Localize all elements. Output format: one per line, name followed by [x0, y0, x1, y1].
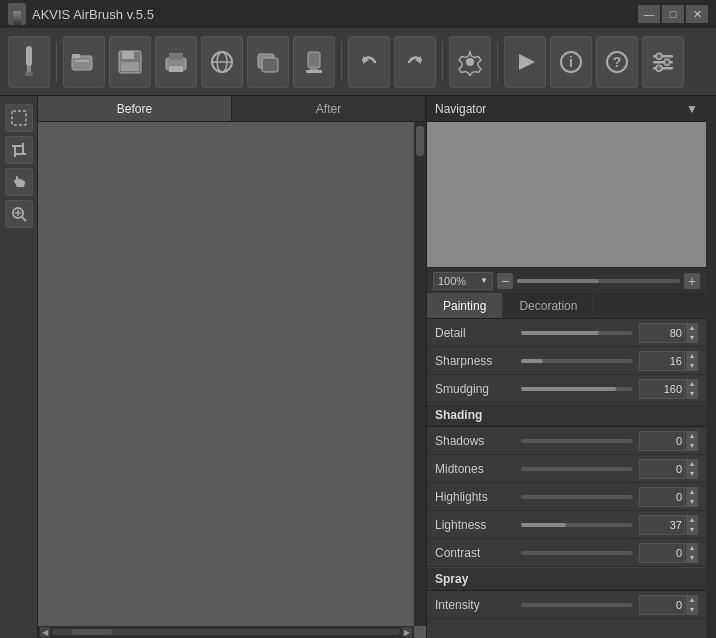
sharpness-label: Sharpness: [435, 354, 515, 368]
shading-title: Shading: [435, 408, 482, 422]
highlights-label: Highlights: [435, 490, 515, 504]
minimize-button[interactable]: —: [638, 5, 660, 23]
intensity-up[interactable]: ▲: [686, 595, 698, 605]
highlights-down[interactable]: ▼: [686, 497, 698, 507]
zoom-tool-btn[interactable]: [5, 200, 33, 228]
undo-tool-btn[interactable]: [348, 36, 390, 88]
maximize-button[interactable]: □: [662, 5, 684, 23]
horizontal-scrollbar[interactable]: ◀ ▶: [38, 626, 414, 638]
shadows-up[interactable]: ▲: [686, 431, 698, 441]
print-tool-btn[interactable]: [155, 36, 197, 88]
settings-scroll[interactable]: Detail 80 ▲ ▼ Sharpness 16 ▲: [427, 319, 706, 638]
smudging-row: Smudging 160 ▲ ▼: [427, 375, 706, 403]
vscroll-thumb[interactable]: [416, 126, 424, 156]
canvas-viewport[interactable]: ◀ ▶: [38, 122, 426, 638]
tab-painting[interactable]: Painting: [427, 293, 503, 318]
plugin-tool-btn[interactable]: [293, 36, 335, 88]
shadows-value[interactable]: 0: [639, 431, 685, 451]
sharpness-down[interactable]: ▼: [686, 361, 698, 371]
toolbar-sep-1: [56, 42, 57, 82]
zoom-slider-track[interactable]: [517, 279, 680, 283]
hand-tool-btn[interactable]: [5, 168, 33, 196]
airbrush-tool-btn[interactable]: [8, 36, 50, 88]
batch-tool-btn[interactable]: [247, 36, 289, 88]
intensity-down[interactable]: ▼: [686, 605, 698, 615]
highlights-spinner: ▲ ▼: [686, 487, 698, 507]
detail-down[interactable]: ▼: [686, 333, 698, 343]
highlights-value[interactable]: 0: [639, 487, 685, 507]
select-tool-btn[interactable]: [5, 104, 33, 132]
zoom-plus-btn[interactable]: +: [684, 273, 700, 289]
svg-rect-0: [26, 46, 32, 66]
contrast-down[interactable]: ▼: [686, 553, 698, 563]
midtones-down[interactable]: ▼: [686, 469, 698, 479]
midtones-value[interactable]: 0: [639, 459, 685, 479]
redo-tool-btn[interactable]: [394, 36, 436, 88]
contrast-value[interactable]: 0: [639, 543, 685, 563]
save-tool-btn[interactable]: [109, 36, 151, 88]
hscroll-thumb[interactable]: [72, 629, 112, 635]
close-button[interactable]: ✕: [686, 5, 708, 23]
smudging-down[interactable]: ▼: [686, 389, 698, 399]
detail-value[interactable]: 80: [639, 323, 685, 343]
settings-tool-btn[interactable]: [449, 36, 491, 88]
open-tool-btn[interactable]: [63, 36, 105, 88]
svg-line-40: [22, 217, 26, 221]
sharpness-slider[interactable]: [521, 359, 633, 363]
detail-up[interactable]: ▲: [686, 323, 698, 333]
tab-before[interactable]: Before: [38, 96, 232, 121]
smudging-slider[interactable]: [521, 387, 633, 391]
zoom-dropdown[interactable]: 100% ▼: [433, 272, 493, 290]
detail-slider[interactable]: [521, 331, 633, 335]
highlights-up[interactable]: ▲: [686, 487, 698, 497]
sharpness-value[interactable]: 16: [639, 351, 685, 371]
toolbar-sep-3: [442, 42, 443, 82]
web-tool-btn[interactable]: [201, 36, 243, 88]
run-tool-btn[interactable]: [504, 36, 546, 88]
shading-header: Shading: [427, 403, 706, 427]
lightness-slider[interactable]: [521, 523, 633, 527]
lightness-label: Lightness: [435, 518, 515, 532]
hscroll-track[interactable]: [52, 629, 400, 635]
zoom-minus-btn[interactable]: −: [497, 273, 513, 289]
main-area: Before After ◀ ▶ Navigator ▼: [0, 96, 716, 638]
lightness-value[interactable]: 37: [639, 515, 685, 535]
shadows-down[interactable]: ▼: [686, 441, 698, 451]
info-tool-btn[interactable]: i: [550, 36, 592, 88]
intensity-slider[interactable]: [521, 603, 633, 607]
svg-rect-11: [169, 66, 183, 72]
navigator-preview: [427, 122, 706, 267]
shadows-label: Shadows: [435, 434, 515, 448]
shadows-slider[interactable]: [521, 439, 633, 443]
svg-rect-4: [72, 54, 80, 58]
midtones-up[interactable]: ▲: [686, 459, 698, 469]
lightness-spinner: ▲ ▼: [686, 515, 698, 535]
svg-rect-19: [306, 70, 322, 73]
lightness-fill: [521, 523, 566, 527]
midtones-slider[interactable]: [521, 467, 633, 471]
intensity-value[interactable]: 0: [639, 595, 685, 615]
sharpness-row: Sharpness 16 ▲ ▼: [427, 347, 706, 375]
prefs-tool-btn[interactable]: [642, 36, 684, 88]
tab-decoration[interactable]: Decoration: [503, 293, 594, 318]
contrast-up[interactable]: ▲: [686, 543, 698, 553]
right-panel: Navigator ▼ 100% ▼ − + Painting Decorati…: [426, 96, 706, 638]
lightness-up[interactable]: ▲: [686, 515, 698, 525]
sharpness-up[interactable]: ▲: [686, 351, 698, 361]
hscroll-right-btn[interactable]: ▶: [402, 627, 412, 637]
vertical-scrollbar[interactable]: [414, 122, 426, 626]
smudging-up[interactable]: ▲: [686, 379, 698, 389]
smudging-spinner: ▲ ▼: [686, 379, 698, 399]
svg-marker-23: [519, 54, 535, 70]
lightness-down[interactable]: ▼: [686, 525, 698, 535]
navigator-zoom-bar: 100% ▼ − +: [427, 267, 706, 293]
smudging-value[interactable]: 160: [639, 379, 685, 399]
navigator-collapse-btn[interactable]: ▼: [686, 102, 698, 116]
highlights-slider[interactable]: [521, 495, 633, 499]
contrast-slider[interactable]: [521, 551, 633, 555]
tab-after[interactable]: After: [232, 96, 426, 121]
spray-header: Spray: [427, 567, 706, 591]
help-tool-btn[interactable]: ?: [596, 36, 638, 88]
crop-tool-btn[interactable]: [5, 136, 33, 164]
hscroll-left-btn[interactable]: ◀: [40, 627, 50, 637]
